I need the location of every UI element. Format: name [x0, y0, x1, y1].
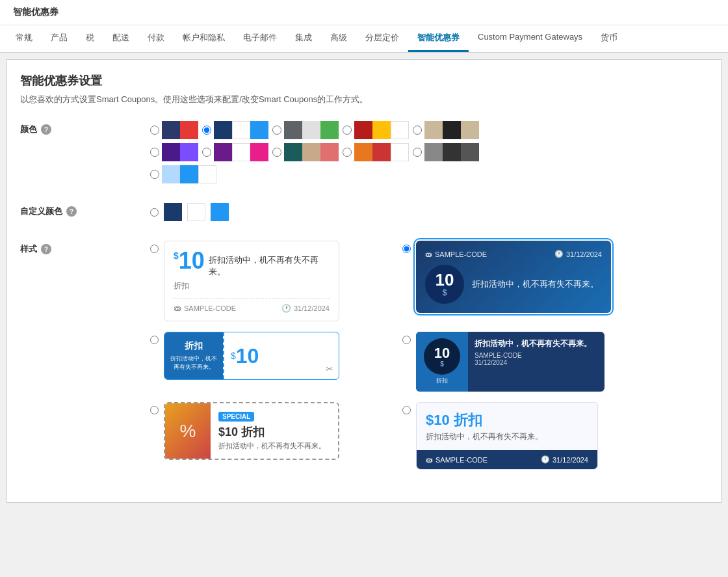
color-option-5 [413, 121, 479, 139]
style-options: $ 10 折扣活动中，机不再有失不再来。 折扣 🎟 SAMPLE-CODE 🕐 [150, 241, 708, 470]
color-radio-11[interactable] [150, 170, 159, 179]
tab-general[interactable]: 常规 [6, 25, 42, 52]
color-radio-2[interactable] [202, 126, 211, 135]
tab-payment[interactable]: 付款 [138, 25, 174, 52]
color-option-6 [150, 143, 198, 161]
color-option-11 [150, 165, 216, 183]
color-option-2 [202, 121, 268, 139]
style-radio-2[interactable] [402, 245, 411, 253]
page-title: 智能优惠券设置 [20, 73, 708, 88]
style-help-icon[interactable]: ? [41, 244, 51, 254]
color-option-7 [202, 143, 268, 161]
style-radio-1[interactable] [150, 245, 159, 253]
color-radio-3[interactable] [272, 126, 281, 135]
style-radio-3[interactable] [150, 336, 159, 344]
style-option-4: 10 $ 折扣 折扣活动中，机不再有失不再来。 SAMPLE-CODE 31/1… [402, 332, 644, 392]
tab-integration[interactable]: 集成 [286, 25, 321, 52]
color-radio-8[interactable] [272, 148, 281, 157]
tab-advanced[interactable]: 高级 [321, 25, 356, 52]
color-radio-7[interactable] [202, 148, 211, 157]
custom-color-help-icon[interactable]: ? [66, 206, 77, 217]
color-radio-1[interactable] [150, 126, 159, 135]
style-radio-5[interactable] [150, 406, 159, 414]
app-header: 智能优惠券 [0, 0, 728, 25]
color-radio-4[interactable] [343, 126, 352, 135]
color-option-4 [343, 121, 409, 139]
page-description: 以您喜欢的方式设置Smart Coupons。使用这些选项来配置/改变Smart… [20, 94, 708, 105]
color-option-8 [272, 143, 339, 161]
color-option-9 [343, 143, 409, 161]
coupon-1-amount-row: $ 10 折扣活动中，机不再有失不再来。 [174, 249, 330, 278]
custom-color-content [150, 203, 708, 221]
color-row-2 [150, 143, 708, 161]
style-radio-4[interactable] [402, 336, 411, 344]
style-option-5: % SPECIAL $10 折扣 折扣活动中，机不再有失不再来。 [150, 402, 392, 470]
tab-shipping[interactable]: 配送 [103, 25, 138, 52]
style-option-1: $ 10 折扣活动中，机不再有失不再来。 折扣 🎟 SAMPLE-CODE 🕐 [150, 241, 392, 321]
color-help-icon[interactable]: ? [41, 124, 51, 135]
tabs-bar: 常规 产品 税 配送 付款 帐户和隐私 电子邮件 集成 高级 分层定价 智能优惠… [0, 25, 728, 53]
tab-currency[interactable]: 货币 [592, 25, 627, 52]
style-setting-row: 样式 ? $ 10 折扣活动中，机不再有失不再来。 折扣 [20, 241, 708, 470]
tab-email[interactable]: 电子邮件 [234, 25, 286, 52]
style-option-6: $10 折扣 折扣活动中，机不再有失不再来。 🎟 SAMPLE-CODE 🕐 [402, 402, 644, 470]
custom-color-radio[interactable] [150, 208, 159, 217]
style-option-3: 折扣 折扣活动中，机不再有失不再来。 $ 10 ✂ [150, 332, 392, 392]
coupon-preview-3[interactable]: 折扣 折扣活动中，机不再有失不再来。 $ 10 ✂ [164, 332, 339, 380]
tab-account[interactable]: 帐户和隐私 [174, 25, 234, 52]
style-label: 样式 ? [20, 241, 150, 255]
color-radio-5[interactable] [413, 126, 422, 135]
color-label: 颜色 ? [20, 121, 150, 135]
tab-smart-coupons[interactable]: 智能优惠券 [408, 25, 469, 52]
tab-products[interactable]: 产品 [42, 25, 77, 52]
coupon-preview-4[interactable]: 10 $ 折扣 折扣活动中，机不再有失不再来。 SAMPLE-CODE 31/1… [416, 332, 604, 392]
page-content: 智能优惠券设置 以您喜欢的方式设置Smart Coupons。使用这些选项来配置… [6, 59, 722, 503]
color-option-10 [413, 143, 479, 161]
tab-custom-gateways[interactable]: Custom Payment Gateways [469, 25, 592, 52]
tab-tiered[interactable]: 分层定价 [356, 25, 408, 52]
coupon-preview-2[interactable]: 🎟 SAMPLE-CODE 🕐 31/12/2024 10 $ [416, 241, 611, 313]
style-option-2: 🎟 SAMPLE-CODE 🕐 31/12/2024 10 $ [402, 241, 644, 321]
color-row-1 [150, 121, 708, 139]
coupon-preview-6[interactable]: $10 折扣 折扣活动中，机不再有失不再来。 🎟 SAMPLE-CODE 🕐 [416, 402, 598, 470]
color-setting-row: 颜色 ? [20, 121, 708, 183]
coupon-preview-5[interactable]: % SPECIAL $10 折扣 折扣活动中，机不再有失不再来。 [164, 402, 339, 460]
coupon-preview-1[interactable]: $ 10 折扣活动中，机不再有失不再来。 折扣 🎟 SAMPLE-CODE 🕐 [164, 241, 339, 321]
color-options [150, 121, 708, 183]
app-title: 智能优惠券 [13, 7, 58, 17]
tab-tax[interactable]: 税 [77, 25, 103, 52]
color-radio-9[interactable] [343, 148, 352, 157]
color-radio-6[interactable] [150, 148, 159, 157]
color-row-3 [150, 165, 708, 183]
custom-color-label: 自定义颜色 ? [20, 203, 150, 217]
custom-color-setting-row: 自定义颜色 ? [20, 203, 708, 221]
color-option-3 [272, 121, 339, 139]
color-radio-10[interactable] [413, 148, 422, 157]
style-radio-6[interactable] [402, 406, 411, 414]
color-option-1 [150, 121, 198, 139]
